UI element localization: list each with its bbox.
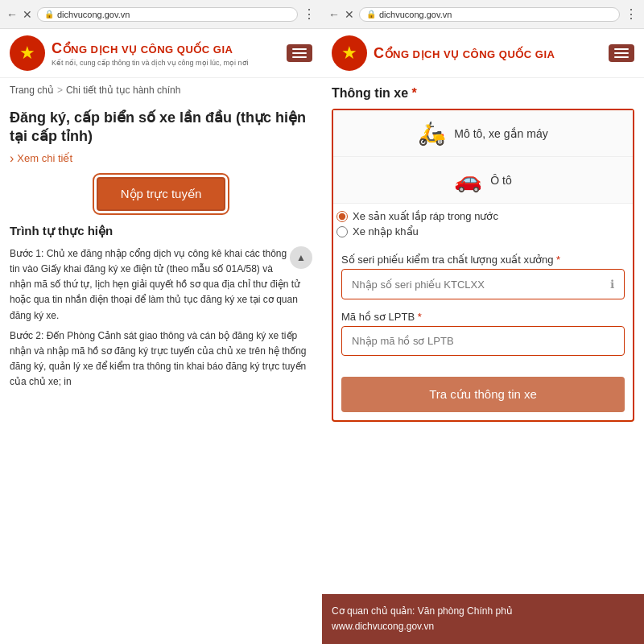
mahoso-required-star: * — [418, 311, 422, 323]
origin-radio-group: Xe sản xuất lắp ráp trong nước Xe nhập k… — [333, 204, 633, 247]
right-hamburger-line1 — [614, 48, 629, 50]
vehicle-section-title: Thông tin xe — [332, 86, 408, 100]
right-lock-icon: 🔒 — [366, 10, 376, 19]
view-detail-link[interactable]: Xem chi tiết — [10, 151, 312, 166]
required-star: * — [412, 86, 417, 100]
left-logo-main: CỔNG DỊCH VỤ CÔNG QUỐC GIA — [52, 40, 249, 57]
left-back-button[interactable]: ← — [6, 8, 18, 21]
left-url-bar[interactable]: 🔒 dichvucong.gov.vn — [37, 7, 298, 22]
vehicle-section-label: Thông tin xe * — [332, 86, 634, 101]
left-emblem-star: ★ — [19, 43, 35, 64]
right-back-button[interactable]: ← — [328, 8, 340, 21]
left-logo-rest: ỔNG DỊCH VỤ CÔNG QUỐC GIA — [63, 43, 233, 56]
radio-imported[interactable]: Xe nhập khẩu — [336, 225, 630, 237]
left-panel: ← ✕ 🔒 dichvucong.gov.vn ⋮ ★ CỔNG DỊCH VỤ… — [0, 0, 322, 644]
right-logo-main: CỔNG DỊCH VỤ CÔNG QUỐC GIA — [374, 45, 555, 62]
vehicle-option-car[interactable]: 🚗 Ô tô — [333, 157, 633, 204]
right-close-button[interactable]: ✕ — [345, 8, 354, 21]
page-title: Đăng ký, cấp biển số xe lần đầu (thực hi… — [10, 109, 312, 147]
step2-text: Bước 2: Đến Phòng Cảnh sát giao thông và… — [10, 328, 312, 390]
submit-online-button[interactable]: Nộp trực tuyến — [97, 177, 226, 211]
left-logo-sub: Kết nối, cung cấp thông tin và dịch vụ c… — [52, 59, 249, 67]
seri-input[interactable] — [352, 279, 610, 291]
left-hamburger-button[interactable] — [287, 44, 312, 62]
right-url-text: dichvucong.gov.vn — [379, 10, 452, 19]
motorbike-label: Mô tô, xe gắn máy — [454, 127, 547, 140]
left-url-text: dichvucong.gov.vn — [57, 10, 130, 19]
mahoso-field-label: Mã hồ sơ LPTB * — [341, 311, 625, 323]
breadcrumb-home[interactable]: Trang chủ — [10, 85, 54, 96]
left-lock-icon: 🔒 — [44, 10, 54, 19]
search-vehicle-button[interactable]: Tra cứu thông tin xe — [341, 377, 625, 412]
scroll-up-button[interactable]: ▲ — [290, 246, 312, 269]
left-browser-bar: ← ✕ 🔒 dichvucong.gov.vn ⋮ — [0, 0, 322, 29]
seri-field-container: Số seri phiếu kiểm tra chất lượng xuất x… — [333, 254, 633, 304]
motorbike-icon: 🛵 — [418, 120, 446, 147]
right-hamburger-button[interactable] — [609, 44, 634, 62]
left-page-content: Đăng ký, cấp biển số xe lần đầu (thực hi… — [0, 102, 322, 644]
search-btn-container: Tra cứu thông tin xe — [333, 364, 633, 420]
right-footer: Cơ quan chủ quản: Văn phòng Chính phủ ww… — [322, 594, 644, 644]
radio-domestic-input[interactable] — [336, 211, 348, 222]
right-logo-rest: ỔNG DỊCH VỤ CÔNG QUỐC GIA — [385, 48, 555, 60]
left-breadcrumb: Trang chủ > Chi tiết thủ tục hành chính — [0, 78, 322, 102]
seri-required-star: * — [556, 254, 560, 266]
right-site-header: ★ CỔNG DỊCH VỤ CÔNG QUỐC GIA — [322, 29, 644, 78]
footer-line1: Cơ quan chủ quản: Văn phòng Chính phủ — [332, 604, 634, 619]
right-hamburger-line2 — [614, 52, 629, 54]
left-hamburger-line2 — [292, 52, 307, 54]
left-site-header: ★ CỔNG DỊCH VỤ CÔNG QUỐC GIA Kết nối, cu… — [0, 29, 322, 78]
left-close-button[interactable]: ✕ — [23, 8, 32, 21]
breadcrumb-sep: > — [57, 85, 63, 96]
vehicle-info-box: 🛵 Mô tô, xe gắn máy 🚗 Ô tô Xe sản xuất l… — [332, 109, 634, 422]
left-logo-cletter: C — [52, 40, 63, 56]
car-label: Ô tô — [490, 174, 511, 187]
left-hamburger-line3 — [292, 56, 307, 58]
right-menu-icon[interactable]: ⋮ — [625, 6, 638, 22]
radio-imported-input[interactable] — [336, 226, 348, 237]
mahoso-input[interactable] — [341, 326, 625, 356]
radio-domestic[interactable]: Xe sản xuất lắp ráp trong nước — [336, 210, 630, 222]
radio-imported-label: Xe nhập khẩu — [353, 225, 419, 237]
right-emblem: ★ — [332, 35, 367, 71]
right-panel: ← ✕ 🔒 dichvucong.gov.vn ⋮ ★ CỔNG DỊCH VỤ… — [322, 0, 644, 644]
right-url-bar[interactable]: 🔒 dichvucong.gov.vn — [359, 7, 620, 22]
right-browser-bar: ← ✕ 🔒 dichvucong.gov.vn ⋮ — [322, 0, 644, 29]
radio-domestic-label: Xe sản xuất lắp ráp trong nước — [353, 210, 498, 222]
seri-input-wrapper[interactable]: ℹ — [341, 269, 625, 299]
right-emblem-star: ★ — [341, 43, 357, 64]
breadcrumb-current: Chi tiết thủ tục hành chính — [66, 85, 180, 96]
right-logo-text: CỔNG DỊCH VỤ CÔNG QUỐC GIA — [374, 45, 555, 62]
seri-field-label: Số seri phiếu kiểm tra chất lượng xuất x… — [341, 254, 625, 266]
right-content: Thông tin xe * 🛵 Mô tô, xe gắn máy 🚗 Ô t… — [322, 78, 644, 594]
vehicle-option-motorbike[interactable]: 🛵 Mô tô, xe gắn máy — [333, 110, 633, 157]
left-hamburger-line1 — [292, 48, 307, 50]
footer-line2: www.dichvucong.gov.vn — [332, 619, 634, 634]
right-logo-cletter: C — [374, 45, 385, 61]
seri-info-icon: ℹ — [610, 278, 614, 291]
right-hamburger-line3 — [614, 56, 629, 58]
left-logo-text: CỔNG DỊCH VỤ CÔNG QUỐC GIA Kết nối, cung… — [52, 40, 249, 67]
car-icon: 🚗 — [454, 167, 482, 193]
mahoso-label-text: Mã hồ sơ LPTB — [341, 311, 415, 323]
seri-label-text: Số seri phiếu kiểm tra chất lượng xuất x… — [341, 254, 553, 266]
left-menu-icon[interactable]: ⋮ — [303, 6, 316, 22]
step1-text: Bước 1: Chủ xe đăng nhập cổng dịch vụ cô… — [10, 246, 312, 324]
mahoso-field-container: Mã hồ sơ LPTB * — [333, 311, 633, 364]
left-emblem: ★ — [10, 35, 45, 71]
procedure-title: Trình tự thực hiện — [10, 224, 312, 238]
